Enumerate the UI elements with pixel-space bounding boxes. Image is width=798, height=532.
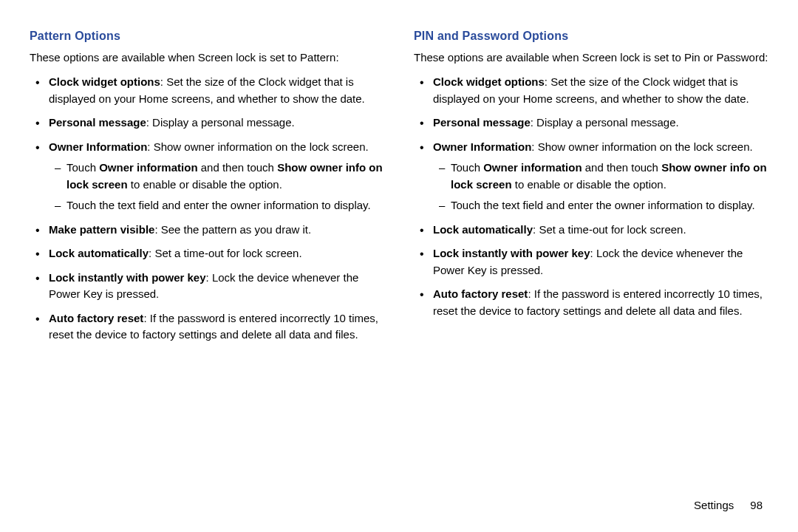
list-item: Auto factory reset: If the password is e… (427, 286, 768, 319)
list-item: Clock widget options: Set the size of th… (427, 74, 768, 107)
section-heading-pattern: Pattern Options (30, 30, 384, 43)
sub-list: Touch Owner information and then touch S… (49, 160, 384, 214)
list-item: Personal message: Display a personal mes… (427, 115, 768, 132)
left-column: Pattern Options These options are availa… (30, 30, 384, 351)
content-columns: Pattern Options These options are availa… (30, 30, 768, 351)
list-item: Lock automatically: Set a time-out for l… (427, 222, 768, 239)
list-item: Clock widget options: Set the size of th… (43, 74, 384, 107)
bullet-list: Clock widget options: Set the size of th… (30, 74, 384, 344)
list-item: Personal message: Display a personal mes… (43, 115, 384, 132)
sub-item: Touch the text field and enter the owner… (443, 197, 768, 214)
sub-item: Touch the text field and enter the owner… (59, 197, 384, 214)
list-item: Owner Information: Show owner informatio… (43, 139, 384, 214)
list-item: Lock automatically: Set a time-out for l… (43, 245, 384, 262)
page-footer: Settings98 (694, 499, 763, 511)
footer-section: Settings (694, 499, 734, 511)
sub-item: Touch Owner information and then touch S… (59, 160, 384, 193)
right-column: PIN and Password Options These options a… (414, 30, 768, 351)
list-item: Owner Information: Show owner informatio… (427, 139, 768, 214)
intro-text: These options are available when Screen … (414, 50, 768, 65)
section-heading-pin: PIN and Password Options (414, 30, 768, 43)
footer-page-number: 98 (750, 499, 763, 511)
list-item: Lock instantly with power key: Lock the … (43, 270, 384, 303)
intro-text: These options are available when Screen … (30, 50, 384, 65)
list-item: Auto factory reset: If the password is e… (43, 310, 384, 344)
list-item: Make pattern visible: See the pattern as… (43, 222, 384, 239)
sub-list: Touch Owner information and then touch S… (433, 160, 768, 214)
bullet-list: Clock widget options: Set the size of th… (414, 74, 768, 319)
sub-item: Touch Owner information and then touch S… (443, 160, 768, 193)
list-item: Lock instantly with power key: Lock the … (427, 245, 768, 279)
